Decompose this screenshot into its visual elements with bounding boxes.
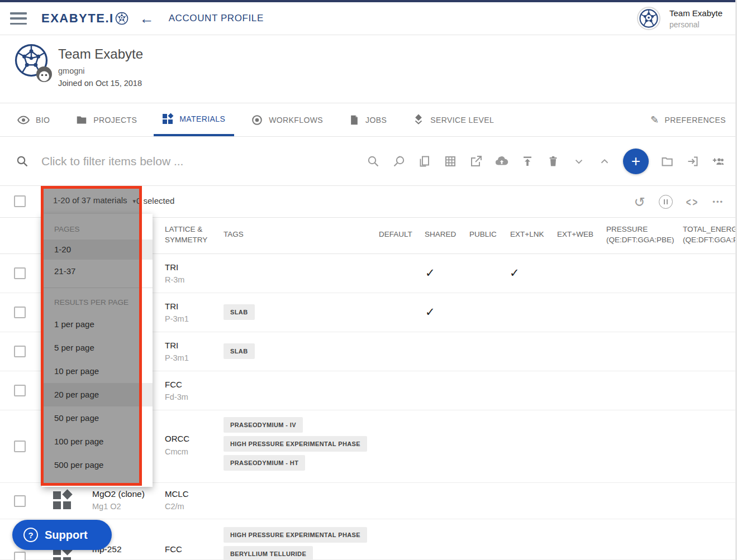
back-arrow-icon[interactable]: ← (140, 11, 154, 26)
row-checkbox[interactable] (14, 307, 26, 318)
row-lattice: TRI (165, 262, 178, 272)
menu-icon[interactable] (10, 12, 27, 25)
row-checkbox[interactable] (14, 552, 26, 560)
account-profile-page: EXABYTE.I ← ACCOUNT PR (0, 0, 737, 560)
profile-joined-date: Joined on Oct 15, 2018 (58, 79, 142, 88)
row-lattice: MCLC (165, 489, 189, 499)
row-symmetry: C2/m (165, 502, 184, 511)
tab-workflows-label: WORKFLOWS (269, 116, 323, 125)
table-row: MgO2 (clone) Mg1 O2 MCLC C2/m (0, 483, 737, 519)
row-name[interactable]: MgO2 (clone) (92, 489, 145, 499)
row-lattice: TRI (165, 341, 178, 350)
preferences-label: PREFERENCES (665, 116, 726, 125)
support-label: Support (45, 529, 88, 542)
menu-item-per-page[interactable]: 50 per page (42, 406, 153, 430)
material-tag: PRASEODYMIUM - HT (224, 455, 305, 471)
copy-icon[interactable] (417, 154, 432, 169)
delete-icon[interactable] (546, 154, 560, 169)
col-public[interactable]: PUBLIC (469, 230, 497, 238)
pencil-icon: ✎ (650, 114, 659, 126)
row-lattice: FCC (165, 544, 182, 554)
tab-workflows[interactable]: WORKFLOWS (242, 103, 332, 136)
document-icon (349, 114, 360, 126)
preferences-button[interactable]: ✎ PREFERENCES (650, 103, 726, 136)
menu-item-per-page[interactable]: 5 per page (42, 336, 153, 360)
col-ext-web[interactable]: EXT+WEB (557, 230, 593, 238)
menu-item-per-page[interactable]: 500 per page (42, 453, 153, 477)
cloud-upload-icon[interactable] (494, 154, 509, 169)
menu-item-page-range[interactable]: 21-37 (42, 260, 153, 283)
menu-section-pages: PAGES (42, 219, 153, 240)
row-checkbox[interactable] (14, 385, 26, 396)
search-again-icon[interactable] (392, 154, 406, 169)
menu-item-per-page[interactable]: 20 per page (42, 383, 153, 406)
row-checkbox[interactable] (14, 267, 26, 279)
help-icon: ? (23, 528, 38, 542)
material-tag: HIGH PRESSURE EXPERIMENTAL PHASE (224, 436, 367, 452)
tab-projects-label: PROJECTS (93, 116, 137, 125)
col-total-energy-line2: (QE:DFT:GGA:PBE) (683, 236, 737, 244)
search-action-icon[interactable] (366, 154, 381, 169)
face-badge-icon (36, 66, 53, 83)
table-control-row: 1-20 of 37 materials▾ 0 selected ↺ <> ••… (0, 186, 737, 218)
col-total-energy-line1[interactable]: TOTAL_ENERGY (683, 225, 737, 233)
check-icon: ✓ (425, 266, 435, 280)
pause-icon[interactable] (659, 195, 673, 209)
row-checkbox[interactable] (14, 495, 26, 507)
folder-outline-icon[interactable] (660, 154, 674, 169)
col-shared[interactable]: SHARED (425, 230, 456, 238)
add-group-icon[interactable] (711, 154, 726, 169)
tab-jobs[interactable]: JOBS (340, 103, 396, 136)
import-icon[interactable] (686, 154, 700, 169)
menu-item-per-page[interactable]: 10 per page (42, 360, 153, 383)
menu-item-per-page[interactable]: 100 per page (42, 430, 153, 453)
material-tag: PRASEODYMIUM - IV (224, 417, 303, 433)
pagination-dropdown-trigger[interactable]: 1-20 of 37 materials▾ (53, 195, 136, 205)
undo-icon[interactable]: ↺ (634, 195, 645, 209)
open-in-new-icon[interactable] (469, 154, 483, 169)
profile-avatar (15, 44, 48, 77)
logo-text: EXABYTE.I (41, 11, 114, 26)
pagination-range-label: 1-20 of 37 materials (53, 195, 127, 205)
row-symmetry: P-3m1 (165, 314, 189, 323)
support-button[interactable]: ? Support (12, 520, 112, 550)
caret-down-icon: ▾ (133, 198, 136, 204)
profile-header: Team Exabyte gmogni Joined on Oct 15, 20… (0, 35, 737, 103)
col-default[interactable]: DEFAULT (379, 230, 412, 238)
row-symmetry: P-3m1 (165, 353, 189, 362)
check-icon: ✓ (510, 266, 520, 280)
menu-item-per-page[interactable]: 1 per page (42, 313, 153, 336)
check-icon: ✓ (425, 305, 435, 319)
tab-bio[interactable]: BIO (8, 103, 59, 136)
material-tag: SLAB (224, 304, 255, 320)
navbar-user-name: Team Exabyte (669, 8, 722, 18)
grid-icon[interactable] (443, 154, 458, 169)
navbar-user[interactable]: Team Exabyte personal (637, 7, 722, 30)
tab-projects[interactable]: PROJECTS (66, 103, 146, 136)
select-all-checkbox[interactable] (14, 195, 26, 207)
add-material-button[interactable]: + (623, 149, 649, 174)
tab-materials[interactable]: MATERIALS (154, 103, 234, 136)
more-options-icon[interactable]: ••• (712, 198, 724, 206)
chevron-down-icon[interactable] (572, 154, 586, 169)
col-pressure-line1[interactable]: PRESSURE (606, 225, 648, 233)
logo[interactable]: EXABYTE.I (41, 11, 129, 26)
row-symmetry: Fd-3m (165, 393, 188, 401)
menu-item-page-range[interactable]: 1-20 (42, 240, 153, 260)
row-checkbox[interactable] (14, 441, 26, 452)
col-ext-lnk[interactable]: EXT+LNK (510, 230, 544, 238)
row-checkbox[interactable] (14, 346, 26, 357)
chevron-up-icon[interactable] (597, 154, 612, 169)
filter-input[interactable] (41, 155, 310, 168)
row-formula: Mg1 O2 (92, 502, 121, 511)
tab-service-level[interactable]: SERVICE LEVEL (403, 103, 503, 136)
upload-icon[interactable] (520, 154, 535, 169)
tab-bio-label: BIO (36, 116, 50, 125)
code-icon[interactable]: <> (686, 195, 700, 208)
menu-section-results-per-page: RESULTS PER PAGE (42, 293, 153, 313)
eye-icon (17, 113, 30, 127)
col-lattice-line1[interactable]: LATTICE & (165, 225, 202, 233)
col-lattice-line2: SYMMETRY (165, 236, 207, 244)
col-tags[interactable]: TAGS (224, 230, 244, 238)
row-lattice: TRI (165, 301, 178, 311)
